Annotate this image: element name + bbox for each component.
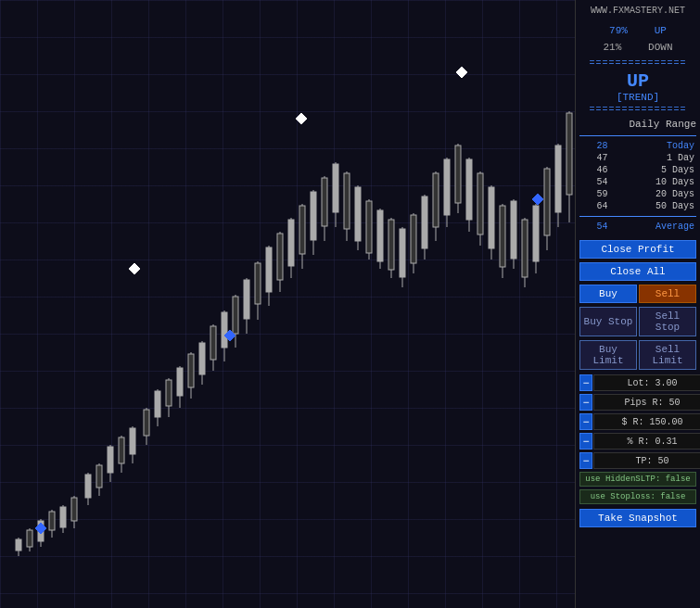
range-val-today: 28 <box>579 140 610 152</box>
svg-rect-95 <box>544 169 550 235</box>
range-val-1d: 47 <box>579 152 610 164</box>
trend-direction: UP <box>579 70 696 92</box>
pct-r-input[interactable] <box>593 433 700 450</box>
range-label-20d: 20 Days <box>610 188 696 200</box>
tp-input[interactable] <box>593 452 700 469</box>
stop-row: Buy Stop Sell Stop <box>579 307 696 336</box>
buy-button[interactable]: Buy <box>579 285 637 303</box>
svg-rect-11 <box>71 498 77 521</box>
svg-rect-69 <box>400 229 405 277</box>
buy-sell-row: Buy Sell <box>579 285 696 303</box>
svg-rect-67 <box>388 220 394 270</box>
buy-stop-button[interactable]: Buy Stop <box>579 307 637 336</box>
table-row: 54 10 Days <box>579 176 696 188</box>
svg-rect-27 <box>166 380 172 406</box>
sell-stop-button[interactable]: Sell Stop <box>639 307 696 336</box>
svg-marker-100 <box>129 263 140 274</box>
svg-rect-55 <box>322 178 327 226</box>
pct-r-minus-button[interactable]: − <box>579 433 592 450</box>
svg-rect-13 <box>85 475 91 498</box>
range-label-today: Today <box>610 140 696 152</box>
daily-range-title: Daily Range <box>579 117 696 132</box>
tp-row: − + <box>579 452 696 469</box>
pips-r-input[interactable] <box>593 394 700 411</box>
svg-rect-53 <box>311 192 316 240</box>
svg-rect-43 <box>255 263 261 304</box>
website-label: WWW.FXMASTERY.NET <box>579 4 696 18</box>
svg-rect-61 <box>355 187 361 241</box>
down-label: DOWN <box>648 42 672 53</box>
svg-rect-41 <box>244 280 249 319</box>
trend-divider-bottom: =============== <box>579 105 696 115</box>
dollar-r-row: − i <box>579 413 696 430</box>
svg-rect-7 <box>49 512 55 530</box>
svg-rect-93 <box>533 206 539 261</box>
svg-rect-3 <box>27 530 32 547</box>
close-all-button[interactable]: Close All <box>579 262 696 281</box>
svg-marker-104 <box>532 194 543 205</box>
svg-rect-79 <box>455 146 461 203</box>
close-profit-button[interactable]: Close Profit <box>579 240 696 259</box>
trend-divider-top: =============== <box>579 58 696 69</box>
svg-rect-97 <box>555 146 561 212</box>
svg-rect-59 <box>344 173 350 229</box>
svg-marker-101 <box>296 113 307 124</box>
svg-rect-81 <box>466 159 472 220</box>
sell-button[interactable]: Sell <box>639 285 696 303</box>
range-divider-top <box>579 135 696 136</box>
range-divider-bottom <box>579 216 696 217</box>
limit-row: Buy Limit Sell Limit <box>579 340 696 370</box>
buy-limit-button[interactable]: Buy Limit <box>579 340 637 370</box>
lot-row: − + <box>579 374 696 391</box>
table-row: 46 5 Days <box>579 164 696 176</box>
pct-r-row: − i <box>579 433 696 450</box>
svg-rect-89 <box>511 201 516 259</box>
svg-marker-105 <box>35 523 46 534</box>
svg-rect-19 <box>119 437 124 463</box>
svg-rect-49 <box>288 220 294 266</box>
range-label-avg: Average <box>610 221 696 233</box>
dollar-r-minus-button[interactable]: − <box>579 413 592 430</box>
svg-rect-85 <box>489 187 494 248</box>
snapshot-button[interactable]: Take Snapshot <box>579 509 696 527</box>
svg-rect-77 <box>444 159 450 215</box>
lot-input[interactable] <box>593 374 700 391</box>
pips-r-row: − i <box>579 394 696 411</box>
svg-rect-51 <box>299 206 305 254</box>
table-row-avg: 54 Average <box>579 221 696 233</box>
stoploss-toggle[interactable]: use Stoploss: false <box>579 489 696 504</box>
up-label: UP <box>655 25 667 36</box>
up-pct-label: 79% <box>609 25 628 36</box>
svg-rect-71 <box>411 215 416 263</box>
daily-range-table: 28 Today 47 1 Day 46 5 Days 54 10 Days 5… <box>579 140 696 212</box>
svg-rect-65 <box>377 210 383 261</box>
range-val-20d: 59 <box>579 188 610 200</box>
down-pct-label: 21% <box>603 42 621 53</box>
range-label-10d: 10 Days <box>610 176 696 188</box>
svg-rect-75 <box>433 173 439 227</box>
table-row: 64 50 Days <box>579 200 696 212</box>
svg-rect-47 <box>277 234 283 280</box>
table-row: 47 1 Day <box>579 152 696 164</box>
hidden-sltp-toggle[interactable]: use HiddenSLTP: false <box>579 472 696 487</box>
svg-rect-29 <box>177 368 183 396</box>
svg-marker-102 <box>456 67 467 78</box>
range-label-5d: 5 Days <box>610 164 696 176</box>
svg-rect-57 <box>333 164 338 212</box>
svg-rect-31 <box>188 354 194 387</box>
svg-rect-1 <box>16 539 21 551</box>
table-row: 59 20 Days <box>579 188 696 200</box>
svg-rect-33 <box>199 343 205 374</box>
svg-rect-37 <box>222 312 227 348</box>
sell-limit-button[interactable]: Sell Limit <box>639 340 696 370</box>
right-panel: WWW.FXMASTERY.NET 79% UP 21% DOWN ======… <box>575 0 700 608</box>
svg-rect-87 <box>500 206 505 267</box>
pips-r-minus-button[interactable]: − <box>579 394 592 411</box>
tp-minus-button[interactable]: − <box>579 452 592 469</box>
svg-rect-73 <box>422 196 427 248</box>
range-label-50d: 50 Days <box>610 200 696 212</box>
svg-rect-63 <box>366 201 372 253</box>
chart-area <box>0 0 575 608</box>
dollar-r-input[interactable] <box>593 413 700 430</box>
lot-minus-button[interactable]: − <box>579 374 592 391</box>
